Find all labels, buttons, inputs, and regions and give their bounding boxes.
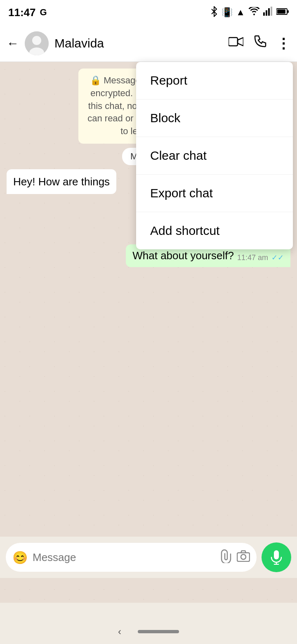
bluetooth-icon bbox=[210, 6, 218, 19]
status-time: 11:47 bbox=[8, 6, 36, 19]
message-text: What about yourself? bbox=[132, 249, 234, 262]
svg-rect-0 bbox=[263, 12, 265, 16]
more-options-button[interactable]: ⋮ bbox=[276, 35, 290, 52]
message-input-wrapper: 😊 bbox=[6, 543, 257, 572]
carrier-icon: G bbox=[40, 7, 47, 18]
svg-rect-6 bbox=[288, 10, 289, 13]
home-indicator[interactable] bbox=[138, 630, 179, 633]
video-call-button[interactable] bbox=[229, 36, 243, 50]
svg-rect-3 bbox=[271, 7, 272, 16]
nav-bar: ‹ bbox=[0, 619, 297, 644]
chat-header: ← Malavida ⋮ bbox=[0, 25, 297, 62]
svg-rect-1 bbox=[266, 10, 267, 16]
svg-rect-5 bbox=[277, 9, 285, 14]
message-ticks-2: ✓✓ bbox=[271, 253, 284, 262]
signal-icon: ▲ bbox=[236, 7, 245, 18]
battery-icon bbox=[276, 7, 289, 18]
menu-item-block[interactable]: Block bbox=[136, 99, 293, 137]
phone-call-button[interactable] bbox=[253, 35, 266, 51]
lock-icon: 🔒 bbox=[90, 75, 101, 85]
dropdown-menu: Report Block Clear chat Export chat Add … bbox=[136, 62, 293, 249]
header-actions: ⋮ bbox=[229, 35, 290, 52]
message-time-2: 11:47 am bbox=[237, 253, 268, 262]
svg-rect-10 bbox=[229, 38, 238, 46]
message-received: Hey! How are things bbox=[7, 169, 116, 194]
message-input[interactable] bbox=[33, 551, 215, 564]
attach-button[interactable] bbox=[220, 549, 232, 566]
network-icon bbox=[263, 7, 273, 18]
contact-name[interactable]: Malavida bbox=[54, 36, 223, 50]
menu-item-export-chat[interactable]: Export chat bbox=[136, 175, 293, 212]
camera-button[interactable] bbox=[237, 550, 250, 565]
vibrate-icon: 📳 bbox=[222, 7, 233, 18]
mic-button[interactable] bbox=[262, 542, 291, 572]
svg-rect-13 bbox=[274, 550, 279, 559]
svg-point-8 bbox=[32, 36, 41, 45]
menu-item-add-shortcut[interactable]: Add shortcut bbox=[136, 212, 293, 249]
back-button[interactable]: ← bbox=[7, 36, 19, 50]
svg-rect-2 bbox=[268, 8, 270, 16]
svg-point-12 bbox=[241, 554, 246, 559]
menu-item-report[interactable]: Report bbox=[136, 62, 293, 99]
nav-back-button[interactable]: ‹ bbox=[118, 626, 121, 637]
wifi-icon bbox=[248, 7, 260, 18]
menu-item-clear-chat[interactable]: Clear chat bbox=[136, 137, 293, 175]
status-icons: 📳 ▲ bbox=[210, 6, 289, 19]
status-bar: 11:47 G 📳 ▲ bbox=[0, 0, 297, 25]
input-bar: 😊 bbox=[0, 537, 297, 578]
avatar[interactable] bbox=[25, 31, 49, 55]
emoji-button[interactable]: 😊 bbox=[12, 550, 28, 565]
